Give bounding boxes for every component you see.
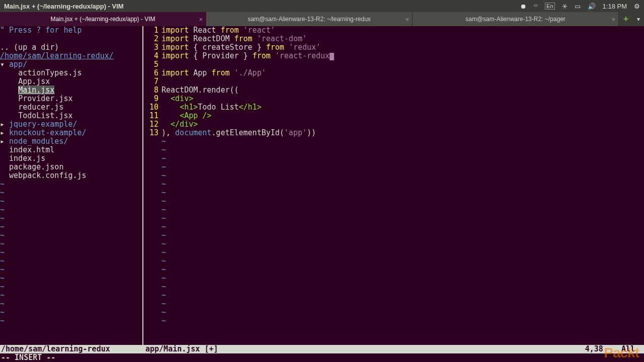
system-tray: ⏺ ⌔ En ⚹ ▭ 🔊 1:18 PM ⚙: [520, 2, 640, 10]
close-icon[interactable]: ×: [405, 16, 409, 23]
terminal-tab[interactable]: Main.jsx + (~/learning-redux/app) - VIM×: [0, 12, 206, 26]
tab-label: sam@sam-Alienware-13-R2: ~/pager: [465, 16, 566, 23]
record-icon[interactable]: ⏺: [520, 3, 527, 10]
new-tab-button[interactable]: +: [619, 12, 633, 26]
wifi-icon[interactable]: ⌔: [534, 3, 538, 10]
close-icon[interactable]: ×: [611, 16, 615, 23]
tab-label: Main.jsx + (~/learning-redux/app) - VIM: [50, 16, 155, 23]
code-area[interactable]: import React from 'react' import ReactDO…: [162, 26, 644, 362]
volume-icon[interactable]: 🔊: [588, 3, 596, 10]
status-cwd: /home/sam/learning-redux: [0, 345, 143, 353]
vim-statusbar: /home/sam/learning-redux app/Main.jsx [+…: [0, 345, 644, 353]
window-titlebar: Main.jsx + (~/learning-redux/app) - VIM …: [0, 0, 644, 12]
battery-icon[interactable]: ▭: [575, 3, 581, 10]
tab-label: sam@sam-Alienware-13-R2: ~/learning-redu…: [248, 16, 371, 23]
clock[interactable]: 1:18 PM: [603, 3, 627, 10]
terminal-body: " Press ? for help .. (up a dir) /home/s…: [0, 26, 644, 362]
terminal-tab[interactable]: sam@sam-Alienware-13-R2: ~/learning-redu…: [206, 12, 413, 26]
tab-menu-button[interactable]: ▾: [633, 12, 644, 26]
line-gutter: 1 2 3 4 5 6 7 8 9 10 11 12 13: [143, 26, 162, 362]
vim-mode: -- INSERT --: [0, 353, 644, 362]
language-indicator[interactable]: En: [545, 3, 554, 10]
gear-icon[interactable]: ⚙: [634, 3, 640, 10]
close-icon[interactable]: ×: [199, 16, 203, 23]
bluetooth-icon[interactable]: ⚹: [562, 2, 568, 10]
window-title: Main.jsx + (~/learning-redux/app) - VIM: [4, 3, 124, 10]
watermark: Packt: [604, 345, 639, 361]
terminal-tabbar: Main.jsx + (~/learning-redux/app) - VIM×…: [0, 12, 644, 26]
status-file: app/Main.jsx [+]: [143, 345, 585, 353]
editor-pane[interactable]: 1 2 3 4 5 6 7 8 9 10 11 12 13 import Rea…: [143, 26, 644, 362]
terminal-tab[interactable]: sam@sam-Alienware-13-R2: ~/pager×: [413, 12, 619, 26]
nerdtree-sidebar[interactable]: " Press ? for help .. (up a dir) /home/s…: [0, 26, 143, 362]
